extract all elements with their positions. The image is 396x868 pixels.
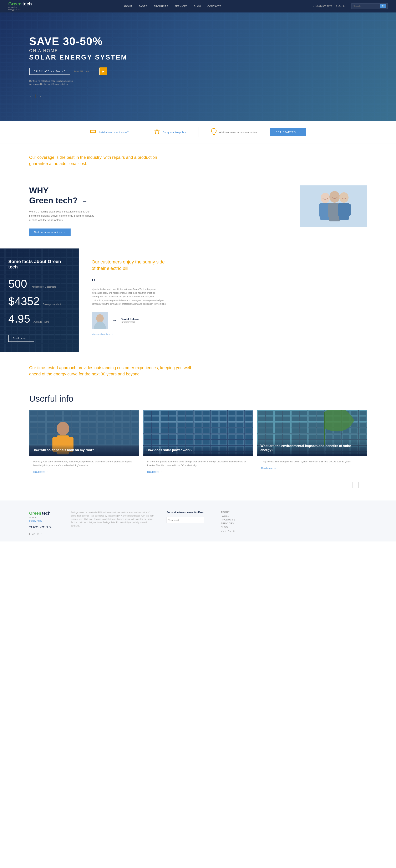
svg-rect-7 — [91, 131, 96, 132]
arrow-right-icon: → — [298, 131, 300, 133]
testimonial-title: Our customers enjoy the sunny side of th… — [92, 259, 166, 272]
nav-products[interactable]: PRODUCTS — [154, 5, 168, 7]
person-arrow-icon: → — [113, 318, 117, 323]
cards-next-button[interactable]: → — [361, 482, 367, 488]
footer-nav-products[interactable]: PRODUCTS — [221, 518, 242, 521]
installations-link[interactable]: Installations: how it works? — [99, 131, 129, 134]
footer-facebook-icon[interactable]: f — [29, 532, 30, 535]
facts-left: Some facts about Green tech 500 Thousand… — [0, 248, 79, 352]
feature-additional-power-text: Additional power to your solar system — [219, 131, 257, 133]
zip-submit-button[interactable]: ▶ — [99, 67, 107, 75]
feature-installations-text: Installations: how it works? — [99, 130, 129, 134]
logo-subtitle: renewable energy solution — [8, 6, 32, 11]
footer-nav-pages[interactable]: PAGES — [221, 515, 242, 517]
footer-twitter-icon[interactable]: t — [41, 532, 42, 535]
calculate-saving-button[interactable]: CALCULATE MY SAVING — [29, 68, 70, 75]
footer-logo: Green tech © 2018 Privacy Policy +1 (204… — [29, 511, 58, 535]
footer-nav-about[interactable]: ABOUT — [221, 511, 242, 514]
why-arrow-icon: → — [82, 198, 88, 205]
get-started-button[interactable]: GET STARTED → — [270, 128, 306, 136]
card-3-read-more[interactable]: Read more → — [261, 467, 276, 469]
card-3-desc: They're vast. The average solar power sy… — [261, 460, 363, 464]
footer-logo-tech: tech — [42, 511, 51, 516]
card-1-read-more[interactable]: Read more → — [33, 470, 48, 473]
footer-year: © 2018 — [29, 517, 58, 519]
nav-pages[interactable]: PAGES — [139, 5, 147, 7]
approach-section: Our time-tested approach provides outsta… — [0, 352, 396, 390]
hero-disclaimer: Our free, no obligation, solar installat… — [29, 80, 92, 86]
logo[interactable]: Green tech renewable energy solution — [8, 2, 32, 11]
search-input[interactable] — [353, 5, 380, 7]
zip-input[interactable] — [70, 68, 99, 75]
prev-arrow-icon[interactable]: ← — [29, 94, 33, 98]
testimonial-area: Our customers enjoy the sunny side of th… — [79, 248, 396, 352]
info-cards-grid: How will solar panels look on my roof? P… — [29, 410, 367, 477]
find-out-arrow-icon: → — [63, 231, 66, 234]
why-description: We are a leading global solar innovation… — [29, 210, 96, 222]
feature-installations: Installations: how it works? — [90, 129, 129, 136]
nav-services[interactable]: SERVICES — [175, 5, 188, 7]
card-2-image: How does solar power work? — [143, 410, 253, 456]
nav-about[interactable]: ABOUT — [123, 5, 132, 7]
star-icon — [154, 128, 160, 136]
hero-zip-area: ▶ — [70, 67, 107, 75]
google-plus-icon[interactable]: G+ — [338, 5, 341, 7]
svg-rect-15 — [319, 204, 323, 217]
footer-disclaimer: Savings based on residential PPA and lea… — [71, 511, 154, 535]
privacy-policy-link[interactable]: Privacy Policy — [29, 520, 42, 522]
logo-tech: tech — [23, 2, 32, 6]
guarantee-link[interactable]: Our guarantee policy — [162, 131, 186, 134]
logo-green: Green — [8, 2, 22, 6]
search-box: 🔍 — [352, 3, 388, 9]
site-footer: Green tech © 2018 Privacy Policy +1 (204… — [0, 500, 396, 541]
footer-logo-green: Green — [29, 511, 41, 516]
cards-prev-button[interactable]: ← — [352, 482, 359, 488]
info-card-3: What are the environmental impacts and b… — [257, 410, 367, 477]
why-title: WHY Green tech? → — [29, 185, 288, 206]
svg-point-17 — [329, 191, 340, 203]
footer-social-icons: f G+ in t — [29, 530, 58, 535]
nav-blog[interactable]: BLOG — [194, 5, 201, 7]
nav-contacts[interactable]: CONTACTS — [207, 5, 221, 7]
header-right: +1 (044) 376 7872 f G+ in t 🔍 — [313, 3, 388, 9]
svg-rect-30 — [0, 248, 79, 352]
header-phone: +1 (044) 376 7872 — [313, 5, 332, 7]
hero-cta: CALCULATE MY SAVING ▶ — [29, 67, 367, 75]
search-button[interactable]: 🔍 — [380, 4, 386, 8]
card-3-arrow-icon: → — [274, 467, 276, 469]
twitter-icon[interactable]: t — [347, 5, 347, 7]
hero-subtitle1: ON A HOME — [29, 48, 367, 53]
footer-nav-blog[interactable]: BLOG — [221, 526, 242, 528]
useful-info-title: Userful info — [29, 394, 367, 404]
layers-icon — [90, 129, 96, 136]
footer-nav-services[interactable]: SERVICES — [221, 522, 242, 525]
testimonial-person: → Daniel Nelson (programmer) — [92, 312, 384, 329]
why-section: WHY Green tech? → We are a leading globa… — [0, 177, 396, 248]
footer-linkedin-icon[interactable]: in — [37, 532, 39, 535]
facebook-icon[interactable]: f — [336, 5, 337, 7]
testimonial-quote-text: My wife Amber and I would like to thank … — [92, 288, 166, 306]
more-testimonials-link[interactable]: More testimonials → — [92, 333, 114, 336]
more-testimonials-arrow-icon: → — [111, 333, 114, 336]
card-2-arrow-icon: → — [160, 470, 162, 473]
svg-point-13 — [321, 193, 330, 203]
next-arrow-icon[interactable]: → — [38, 94, 42, 98]
person-role: (programmer) — [121, 321, 139, 323]
quote-mark-icon: " — [92, 278, 384, 285]
subscribe-email-input[interactable] — [166, 517, 204, 523]
linkedin-icon[interactable]: in — [343, 5, 345, 7]
card-1-image: How will solar panels look on my roof? — [29, 410, 139, 456]
footer-nav: ABOUT PAGES PRODUCTS SERVICES BLOG CONTA… — [221, 511, 242, 535]
card-2-read-more[interactable]: Read more → — [147, 470, 162, 473]
find-out-more-button[interactable]: Find out more about us → — [29, 228, 70, 236]
card-1-arrow-icon: → — [46, 470, 48, 473]
why-content: WHY Green tech? → We are a leading globa… — [29, 185, 288, 236]
footer-google-plus-icon[interactable]: G+ — [32, 532, 35, 535]
card-2-content: In short, our panels absorb the sun's en… — [143, 456, 253, 477]
feature-guarantee-text: Our guarantee policy — [162, 130, 186, 134]
footer-nav-contacts[interactable]: CONTACTS — [221, 530, 242, 532]
person-photo — [92, 312, 108, 329]
team-illustration — [300, 185, 367, 227]
features-bar: Installations: how it works? Our guarant… — [0, 121, 396, 144]
svg-marker-9 — [154, 129, 159, 134]
